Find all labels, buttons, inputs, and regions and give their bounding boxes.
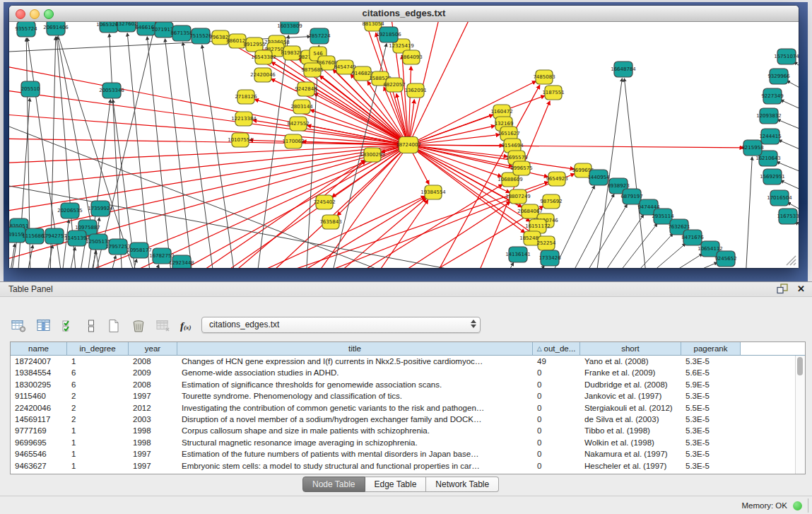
- column-edit-icon[interactable]: [36, 319, 52, 333]
- table-row[interactable]: 946362711997Embryonic stem cells: a mode…: [11, 460, 796, 472]
- network-node[interactable]: 1170062: [282, 134, 304, 148]
- network-edge[interactable]: [9, 64, 401, 144]
- network-edge[interactable]: [643, 243, 686, 268]
- table-row[interactable]: 1456911722003Disruption of a novel membe…: [11, 414, 796, 425]
- network-node[interactable]: 10958177: [126, 243, 152, 258]
- network-edge[interactable]: [746, 157, 752, 268]
- network-node[interactable]: 1327602: [115, 22, 137, 32]
- table-row[interactable]: 2242004622012Investigating the contribut…: [11, 402, 796, 414]
- network-node[interactable]: 17359924: [88, 201, 113, 216]
- network-node[interactable]: 8427552: [287, 117, 309, 131]
- network-node[interactable]: 9875685: [301, 63, 323, 77]
- network-node[interactable]: 1440954: [587, 170, 610, 185]
- network-node[interactable]: 7857224: [308, 28, 331, 44]
- network-node[interactable]: 17016504: [767, 190, 792, 206]
- column-header-title[interactable]: title: [177, 342, 533, 356]
- network-node[interactable]: 8471676: [681, 230, 704, 245]
- network-edge[interactable]: [787, 81, 799, 94]
- network-node[interactable]: 1864093: [400, 50, 422, 64]
- network-node[interactable]: 2803144: [290, 100, 313, 114]
- network-node[interactable]: 8215958: [741, 140, 763, 156]
- function-builder-icon[interactable]: f(x): [180, 320, 192, 332]
- table-scrollbar[interactable]: [795, 356, 805, 474]
- network-edge[interactable]: [391, 201, 510, 268]
- network-edge[interactable]: [411, 22, 440, 137]
- network-node[interactable]: 16033809: [277, 22, 302, 34]
- column-header-name[interactable]: name: [11, 342, 67, 356]
- table-row[interactable]: 977716911998Corpus callosum shape and si…: [11, 425, 796, 436]
- network-edge[interactable]: [412, 22, 472, 138]
- memory-indicator[interactable]: [793, 501, 802, 510]
- merge-rows-icon[interactable]: [86, 319, 97, 333]
- network-edge[interactable]: [165, 39, 193, 268]
- network-edge[interactable]: [416, 145, 503, 146]
- network-edge[interactable]: [373, 200, 428, 268]
- network-node[interactable]: 1167533: [777, 209, 799, 224]
- network-node[interactable]: 9355724: [15, 22, 37, 37]
- network-edge[interactable]: [599, 215, 644, 268]
- network-edge[interactable]: [153, 264, 159, 268]
- resize-grip-icon[interactable]: [787, 256, 796, 265]
- network-node[interactable]: 9245652: [714, 251, 736, 267]
- network-edge[interactable]: [147, 37, 172, 268]
- network-node[interactable]: 8912955: [243, 37, 265, 52]
- network-node[interactable]: 18724007: [396, 137, 421, 153]
- column-header-pagerank[interactable]: pagerank: [681, 342, 741, 356]
- network-node[interactable]: 15751074: [774, 49, 799, 64]
- network-edge[interactable]: [416, 146, 512, 166]
- network-node[interactable]: 17942757: [42, 228, 67, 244]
- column-header-short[interactable]: short: [580, 342, 681, 356]
- network-edge[interactable]: [781, 100, 799, 114]
- column-header-year[interactable]: year: [129, 342, 177, 356]
- network-node[interactable]: 22420046: [250, 68, 276, 82]
- network-node[interactable]: 14136141: [505, 247, 531, 262]
- tab-edge-table[interactable]: Edge Table: [365, 477, 427, 492]
- network-node[interactable]: 2718126: [235, 90, 257, 104]
- network-edge[interactable]: [202, 45, 235, 268]
- network-node[interactable]: 19218506: [376, 27, 401, 42]
- network-node[interactable]: 20206535: [57, 203, 83, 218]
- network-edge[interactable]: [416, 146, 574, 170]
- network-edge[interactable]: [127, 33, 151, 268]
- network-node[interactable]: 6822057: [383, 78, 405, 92]
- network-node[interactable]: 9875692: [540, 194, 562, 209]
- select-rows-icon[interactable]: [61, 319, 76, 333]
- tab-node-table[interactable]: Node Table: [302, 477, 365, 492]
- network-node[interactable]: 7515526: [189, 28, 212, 44]
- network-node[interactable]: 8996575: [510, 161, 532, 175]
- network-node[interactable]: 9654923: [546, 172, 567, 186]
- network-edge[interactable]: [569, 194, 614, 268]
- network-edge[interactable]: [613, 223, 657, 268]
- table-row[interactable]: 1938455462009Genome-wide association stu…: [11, 367, 796, 378]
- network-node[interactable]: 16648784: [611, 62, 636, 77]
- float-panel-icon[interactable]: [776, 284, 789, 294]
- network-edge[interactable]: [416, 134, 500, 144]
- table-row[interactable]: 969969511998Structural magnetic resonanc…: [11, 437, 796, 448]
- network-node[interactable]: 7485083: [533, 70, 555, 84]
- network-node[interactable]: 1362091: [404, 83, 426, 98]
- network-edge[interactable]: [676, 262, 717, 268]
- table-selector-dropdown[interactable]: citations_edges.txt: [201, 317, 481, 333]
- column-header-out-de[interactable]: △out_de...: [533, 342, 580, 356]
- network-node[interactable]: 10107554: [228, 133, 253, 147]
- scrollbar-thumb[interactable]: [797, 357, 803, 375]
- network-window-titlebar[interactable]: citations_edges.txt: [9, 6, 799, 22]
- network-node[interactable]: 252254: [537, 236, 556, 250]
- network-edge[interactable]: [504, 262, 514, 268]
- tab-network-table[interactable]: Network Table: [426, 477, 499, 492]
- network-node[interactable]: 15692951: [760, 169, 785, 185]
- network-edge[interactable]: [624, 78, 647, 268]
- network-edge[interactable]: [779, 140, 799, 154]
- network-node[interactable]: 1187551: [542, 86, 564, 100]
- delete-rows-icon[interactable]: [131, 319, 146, 333]
- table-row[interactable]: 1872400712008Changes of HCN gene express…: [11, 356, 796, 367]
- network-edge[interactable]: [661, 254, 702, 268]
- network-node[interactable]: 20053346: [99, 83, 124, 98]
- network-node[interactable]: 205510: [21, 81, 40, 97]
- table-row[interactable]: 946554611997Estimation of the future num…: [11, 448, 796, 460]
- new-table-icon[interactable]: [106, 319, 122, 333]
- network-node[interactable]: 1244415: [759, 129, 781, 144]
- network-edge[interactable]: [9, 244, 15, 268]
- network-canvas[interactable]: 1872400788130541232541918640937963822886…: [9, 22, 799, 268]
- table-row[interactable]: 911546021997Tourette syndrome. Phenomeno…: [11, 390, 796, 402]
